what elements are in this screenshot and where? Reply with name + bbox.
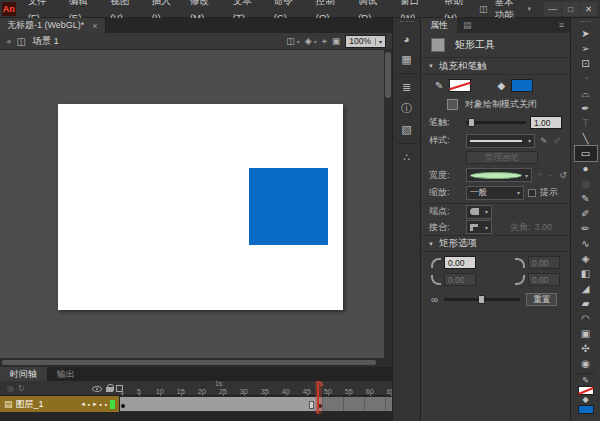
swatches-panel-icon[interactable]: ▦ [396,50,418,69]
transform-panel-icon[interactable]: ▧ [396,120,418,139]
playhead-line[interactable] [317,381,319,414]
stage-horizontal-scrollbar[interactable] [0,358,392,367]
width-tool-icon[interactable]: ◠ [575,311,597,326]
stroke-color-swatch[interactable] [449,79,471,92]
corner-radius-tl-field[interactable]: 0.00 [444,256,476,269]
reset-width-profile-icon[interactable]: ↺ [559,170,569,180]
hand-tool-icon[interactable]: ✣ [575,341,597,356]
3d-rotation-tool-icon: ◔ [575,71,597,86]
align-panel-icon[interactable]: ≣ [396,78,418,97]
collapse-triangle-icon: ▼ [428,241,434,247]
keyframe-frame-1[interactable] [121,404,125,408]
reset-button[interactable]: 重置 [526,293,557,306]
minimize-button[interactable]: — [544,2,561,16]
timeline-panel: 时间轴输出 ◎ ↻ 151015202530354045505560651s2s… [0,367,392,421]
prev-keyframe-icon[interactable]: ◂ [82,400,85,408]
blue-rectangle-shape[interactable] [249,168,328,245]
frame-span[interactable] [120,397,322,411]
cap-label: 端点: [429,205,462,218]
paint-bucket-tool-icon[interactable]: ◈ [575,251,597,266]
paint-brush-tool-icon[interactable]: ✏ [575,221,597,236]
layer-name-cell[interactable]: ▤ 图层_1 ◂ ▪ ▸ • • [0,396,119,412]
workspace-icon: ◫ [479,4,488,14]
close-button[interactable]: ✕ [580,2,597,16]
back-arrow-icon[interactable]: ◂ [6,36,11,46]
section-rect-options[interactable]: ▼ 矩形选项 [421,235,570,252]
selection-tool-icon[interactable]: ➤ [575,26,597,41]
code-snippets-panel-icon[interactable]: ∴ [396,148,418,167]
layer-frames-strip[interactable] [120,396,392,412]
stroke-weight-field[interactable]: 1.00 [530,116,562,129]
lasso-tool-icon[interactable]: ⌓ [575,86,597,101]
edit-scene-icon[interactable]: ◫ [286,36,295,46]
clip-content-icon[interactable]: ▣ [332,36,341,46]
next-keyframe-icon[interactable]: ▸ [93,400,96,408]
maximize-button[interactable]: □ [562,2,579,16]
stage-canvas[interactable] [58,104,343,310]
timeline-tab-输出[interactable]: 输出 [47,367,85,381]
free-transform-tool-icon[interactable]: ⊡ [575,56,597,71]
loop-icon[interactable]: ↻ [18,384,25,393]
eraser-tool-icon[interactable]: ▰ [575,296,597,311]
miter-label: 尖角: [510,221,531,234]
stage-pasteboard[interactable] [0,50,392,358]
eyedropper-tool-icon[interactable]: ◢ [575,281,597,296]
width-profile-dropdown[interactable]: ▾ [466,168,532,182]
pencil-tool-icon[interactable]: ✎ [575,191,597,206]
corner-bl-icon [431,275,441,285]
tab-library-icon[interactable]: ▤ [457,18,478,33]
animate-app-window: An 文件(F)编辑(E)视图(V)插入(I)修改(M)文本(T)命令(C)控制… [0,0,600,421]
fill-color-swatch[interactable] [511,79,533,92]
info-panel-icon[interactable]: ⓘ [396,99,418,118]
hinting-checkbox[interactable] [528,189,536,197]
toolbar-stroke-pencil-icon: ✎ [582,376,589,386]
oval-tool-icon[interactable]: ● [575,161,597,176]
center-stage-icon[interactable]: ⌖ [322,36,327,47]
zoom-level-value: 100% [349,36,371,46]
edit-symbols-dropdown-icon[interactable]: ▾ [314,38,317,45]
join-dropdown[interactable]: ▾ [466,220,492,234]
show-hide-layers-icon[interactable] [92,386,102,392]
stroke-weight-slider[interactable] [466,121,526,124]
stroke-style-dropdown[interactable]: ▾ [466,134,535,148]
rectangle-tool-icon[interactable]: ▭ [575,146,597,161]
layer-outline-color-swatch[interactable] [110,400,115,409]
panel-menu-icon[interactable]: ≡ [553,18,570,33]
stroke-scale-dropdown[interactable]: 一般 ▾ [466,186,524,200]
center-frame-icon[interactable]: ◎ [7,384,14,393]
camera-tool-icon[interactable]: ▣ [575,326,597,341]
corner-radius-slider[interactable] [444,298,520,301]
lock-layers-icon[interactable] [106,384,113,393]
document-tab[interactable]: 无标题-1 (WebGL)* × [0,18,106,33]
layer-lock-dot[interactable]: • [105,401,107,408]
timeline-tab-时间轴[interactable]: 时间轴 [0,367,47,381]
brush-tool-icon[interactable]: ✐ [575,206,597,221]
document-tab-title: 无标题-1 (WebGL)* [7,19,84,32]
zoom-tool-icon[interactable]: ◉ [575,356,597,371]
ink-bottle-tool-icon[interactable]: ◧ [575,266,597,281]
frame-ruler[interactable]: 151015202530354045505560651s2s [120,381,392,396]
color-panel-icon[interactable]: ◕ [396,29,418,48]
layer-visibility-dot[interactable]: • [99,401,101,408]
edit-stroke-style-icon[interactable]: ✎ [539,136,549,146]
edit-symbols-icon[interactable]: ◈ [305,36,312,46]
current-tool-name: 矩形工具 [455,38,495,52]
bone-tool-icon[interactable]: ∿ [575,236,597,251]
cap-dropdown[interactable]: ▾ [466,205,492,219]
stage-vertical-scrollbar[interactable] [384,50,392,358]
toolbar-stroke-color-chip[interactable] [578,386,594,395]
frames-beyond-end[interactable] [322,397,392,411]
tab-properties[interactable]: 属性 [421,18,457,33]
toolbar-fill-color-chip[interactable] [578,405,594,414]
subselection-tool-icon[interactable]: ➢ [575,41,597,56]
lock-corner-radius-icon[interactable]: ∞ [431,294,438,305]
object-drawing-toggle-icon[interactable] [447,99,458,110]
layer-row: ▤ 图层_1 ◂ ▪ ▸ • • [0,396,392,412]
line-tool-icon[interactable]: ╲ [575,131,597,146]
close-tab-icon[interactable]: × [92,21,97,31]
edit-scene-dropdown-icon[interactable]: ▾ [297,38,300,45]
solid-style-preview [470,140,522,142]
section-fill-stroke[interactable]: ▼ 填充和笔触 [421,58,570,75]
zoom-level-select[interactable]: 100% ▾ [345,35,386,48]
pen-tool-icon[interactable]: ✒ [575,101,597,116]
